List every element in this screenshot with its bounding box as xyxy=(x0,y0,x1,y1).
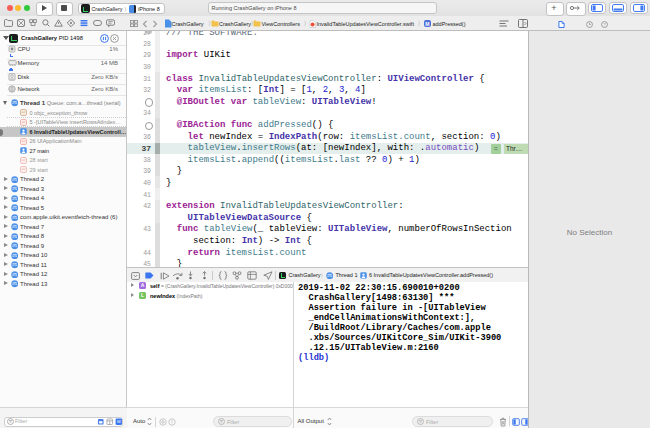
svg-text:?: ? xyxy=(603,22,606,27)
svg-text:M: M xyxy=(116,419,120,424)
